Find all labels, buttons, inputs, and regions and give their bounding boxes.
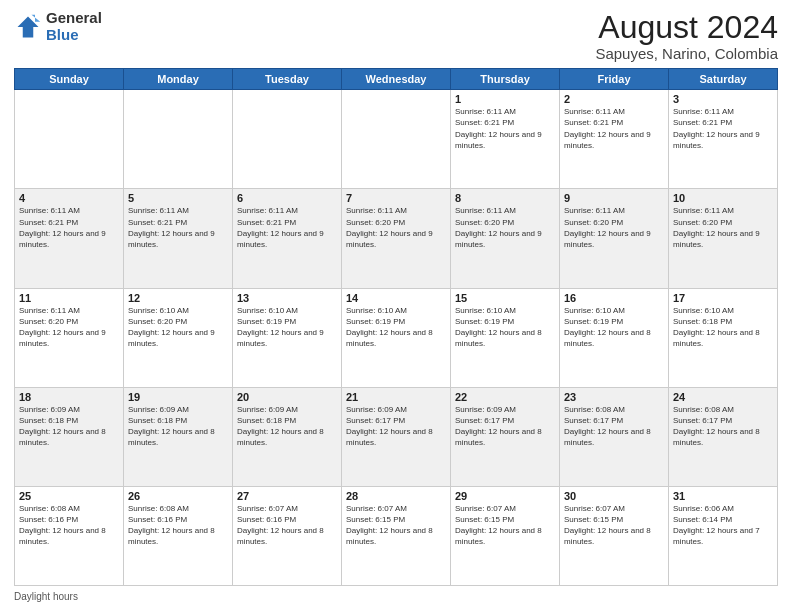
day-info: Sunrise: 6:08 AM Sunset: 6:16 PM Dayligh… bbox=[128, 503, 228, 548]
day-cell: 22Sunrise: 6:09 AM Sunset: 6:17 PM Dayli… bbox=[451, 387, 560, 486]
day-cell: 11Sunrise: 6:11 AM Sunset: 6:20 PM Dayli… bbox=[15, 288, 124, 387]
day-info: Sunrise: 6:09 AM Sunset: 6:18 PM Dayligh… bbox=[237, 404, 337, 449]
day-info: Sunrise: 6:11 AM Sunset: 6:20 PM Dayligh… bbox=[19, 305, 119, 350]
day-number: 6 bbox=[237, 192, 337, 204]
day-info: Sunrise: 6:09 AM Sunset: 6:17 PM Dayligh… bbox=[455, 404, 555, 449]
day-cell: 31Sunrise: 6:06 AM Sunset: 6:14 PM Dayli… bbox=[669, 486, 778, 585]
day-cell: 23Sunrise: 6:08 AM Sunset: 6:17 PM Dayli… bbox=[560, 387, 669, 486]
day-info: Sunrise: 6:07 AM Sunset: 6:15 PM Dayligh… bbox=[346, 503, 446, 548]
day-info: Sunrise: 6:08 AM Sunset: 6:16 PM Dayligh… bbox=[19, 503, 119, 548]
day-cell: 3Sunrise: 6:11 AM Sunset: 6:21 PM Daylig… bbox=[669, 90, 778, 189]
day-info: Sunrise: 6:11 AM Sunset: 6:21 PM Dayligh… bbox=[673, 106, 773, 151]
svg-marker-1 bbox=[32, 14, 41, 21]
day-number: 24 bbox=[673, 391, 773, 403]
day-number: 10 bbox=[673, 192, 773, 204]
day-info: Sunrise: 6:09 AM Sunset: 6:18 PM Dayligh… bbox=[128, 404, 228, 449]
day-header-thursday: Thursday bbox=[451, 69, 560, 90]
day-number: 25 bbox=[19, 490, 119, 502]
day-header-friday: Friday bbox=[560, 69, 669, 90]
day-number: 23 bbox=[564, 391, 664, 403]
day-number: 7 bbox=[346, 192, 446, 204]
day-number: 22 bbox=[455, 391, 555, 403]
week-row-1: 4Sunrise: 6:11 AM Sunset: 6:21 PM Daylig… bbox=[15, 189, 778, 288]
header: General Blue August 2024 Sapuyes, Narino… bbox=[14, 10, 778, 62]
logo-blue-text: Blue bbox=[46, 26, 79, 43]
day-info: Sunrise: 6:09 AM Sunset: 6:17 PM Dayligh… bbox=[346, 404, 446, 449]
day-number: 2 bbox=[564, 93, 664, 105]
calendar-table: SundayMondayTuesdayWednesdayThursdayFrid… bbox=[14, 68, 778, 586]
day-info: Sunrise: 6:11 AM Sunset: 6:20 PM Dayligh… bbox=[455, 205, 555, 250]
week-row-4: 25Sunrise: 6:08 AM Sunset: 6:16 PM Dayli… bbox=[15, 486, 778, 585]
day-cell: 24Sunrise: 6:08 AM Sunset: 6:17 PM Dayli… bbox=[669, 387, 778, 486]
day-info: Sunrise: 6:07 AM Sunset: 6:15 PM Dayligh… bbox=[455, 503, 555, 548]
day-number: 12 bbox=[128, 292, 228, 304]
calendar-header: SundayMondayTuesdayWednesdayThursdayFrid… bbox=[15, 69, 778, 90]
day-info: Sunrise: 6:11 AM Sunset: 6:20 PM Dayligh… bbox=[673, 205, 773, 250]
day-cell: 30Sunrise: 6:07 AM Sunset: 6:15 PM Dayli… bbox=[560, 486, 669, 585]
day-cell: 16Sunrise: 6:10 AM Sunset: 6:19 PM Dayli… bbox=[560, 288, 669, 387]
day-number: 29 bbox=[455, 490, 555, 502]
day-header-sunday: Sunday bbox=[15, 69, 124, 90]
day-info: Sunrise: 6:07 AM Sunset: 6:16 PM Dayligh… bbox=[237, 503, 337, 548]
day-info: Sunrise: 6:09 AM Sunset: 6:18 PM Dayligh… bbox=[19, 404, 119, 449]
footer: Daylight hours bbox=[14, 591, 778, 602]
day-cell: 12Sunrise: 6:10 AM Sunset: 6:20 PM Dayli… bbox=[124, 288, 233, 387]
day-cell: 25Sunrise: 6:08 AM Sunset: 6:16 PM Dayli… bbox=[15, 486, 124, 585]
day-info: Sunrise: 6:11 AM Sunset: 6:21 PM Dayligh… bbox=[455, 106, 555, 151]
day-number: 30 bbox=[564, 490, 664, 502]
day-number: 5 bbox=[128, 192, 228, 204]
day-cell: 8Sunrise: 6:11 AM Sunset: 6:20 PM Daylig… bbox=[451, 189, 560, 288]
day-cell: 17Sunrise: 6:10 AM Sunset: 6:18 PM Dayli… bbox=[669, 288, 778, 387]
day-cell: 27Sunrise: 6:07 AM Sunset: 6:16 PM Dayli… bbox=[233, 486, 342, 585]
week-row-3: 18Sunrise: 6:09 AM Sunset: 6:18 PM Dayli… bbox=[15, 387, 778, 486]
day-cell: 2Sunrise: 6:11 AM Sunset: 6:21 PM Daylig… bbox=[560, 90, 669, 189]
day-number: 3 bbox=[673, 93, 773, 105]
day-cell: 9Sunrise: 6:11 AM Sunset: 6:20 PM Daylig… bbox=[560, 189, 669, 288]
day-header-monday: Monday bbox=[124, 69, 233, 90]
day-cell: 13Sunrise: 6:10 AM Sunset: 6:19 PM Dayli… bbox=[233, 288, 342, 387]
day-cell: 20Sunrise: 6:09 AM Sunset: 6:18 PM Dayli… bbox=[233, 387, 342, 486]
day-info: Sunrise: 6:10 AM Sunset: 6:19 PM Dayligh… bbox=[346, 305, 446, 350]
day-cell: 21Sunrise: 6:09 AM Sunset: 6:17 PM Dayli… bbox=[342, 387, 451, 486]
day-cell: 15Sunrise: 6:10 AM Sunset: 6:19 PM Dayli… bbox=[451, 288, 560, 387]
day-header-wednesday: Wednesday bbox=[342, 69, 451, 90]
logo-text: General Blue bbox=[46, 10, 102, 43]
day-info: Sunrise: 6:11 AM Sunset: 6:21 PM Dayligh… bbox=[564, 106, 664, 151]
day-number: 14 bbox=[346, 292, 446, 304]
day-number: 21 bbox=[346, 391, 446, 403]
day-number: 11 bbox=[19, 292, 119, 304]
day-cell: 5Sunrise: 6:11 AM Sunset: 6:21 PM Daylig… bbox=[124, 189, 233, 288]
week-row-0: 1Sunrise: 6:11 AM Sunset: 6:21 PM Daylig… bbox=[15, 90, 778, 189]
day-info: Sunrise: 6:11 AM Sunset: 6:21 PM Dayligh… bbox=[19, 205, 119, 250]
day-info: Sunrise: 6:10 AM Sunset: 6:19 PM Dayligh… bbox=[237, 305, 337, 350]
page: General Blue August 2024 Sapuyes, Narino… bbox=[0, 0, 792, 612]
day-cell bbox=[124, 90, 233, 189]
day-cell: 6Sunrise: 6:11 AM Sunset: 6:21 PM Daylig… bbox=[233, 189, 342, 288]
calendar-title: August 2024 bbox=[595, 10, 778, 45]
day-number: 17 bbox=[673, 292, 773, 304]
day-header-saturday: Saturday bbox=[669, 69, 778, 90]
day-cell bbox=[233, 90, 342, 189]
day-cell bbox=[15, 90, 124, 189]
day-number: 1 bbox=[455, 93, 555, 105]
day-header-tuesday: Tuesday bbox=[233, 69, 342, 90]
day-info: Sunrise: 6:11 AM Sunset: 6:21 PM Dayligh… bbox=[128, 205, 228, 250]
day-number: 16 bbox=[564, 292, 664, 304]
logo-general-text: General bbox=[46, 9, 102, 26]
day-number: 18 bbox=[19, 391, 119, 403]
day-number: 27 bbox=[237, 490, 337, 502]
day-info: Sunrise: 6:07 AM Sunset: 6:15 PM Dayligh… bbox=[564, 503, 664, 548]
day-cell bbox=[342, 90, 451, 189]
calendar-subtitle: Sapuyes, Narino, Colombia bbox=[595, 45, 778, 62]
header-row: SundayMondayTuesdayWednesdayThursdayFrid… bbox=[15, 69, 778, 90]
day-cell: 19Sunrise: 6:09 AM Sunset: 6:18 PM Dayli… bbox=[124, 387, 233, 486]
day-number: 26 bbox=[128, 490, 228, 502]
day-cell: 26Sunrise: 6:08 AM Sunset: 6:16 PM Dayli… bbox=[124, 486, 233, 585]
day-info: Sunrise: 6:11 AM Sunset: 6:20 PM Dayligh… bbox=[346, 205, 446, 250]
day-cell: 18Sunrise: 6:09 AM Sunset: 6:18 PM Dayli… bbox=[15, 387, 124, 486]
day-cell: 29Sunrise: 6:07 AM Sunset: 6:15 PM Dayli… bbox=[451, 486, 560, 585]
week-row-2: 11Sunrise: 6:11 AM Sunset: 6:20 PM Dayli… bbox=[15, 288, 778, 387]
day-number: 15 bbox=[455, 292, 555, 304]
day-info: Sunrise: 6:10 AM Sunset: 6:19 PM Dayligh… bbox=[564, 305, 664, 350]
day-cell: 4Sunrise: 6:11 AM Sunset: 6:21 PM Daylig… bbox=[15, 189, 124, 288]
